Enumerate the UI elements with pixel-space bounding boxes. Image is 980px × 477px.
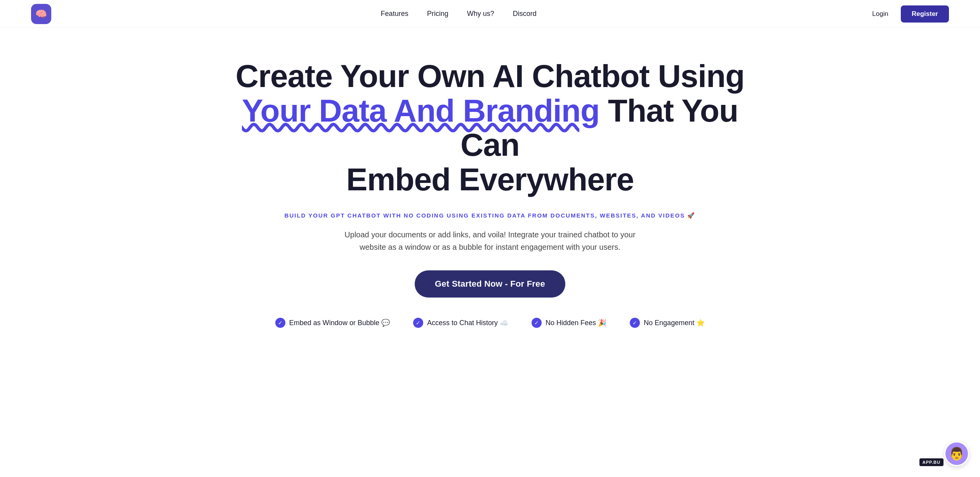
hero-title-line2: Your Data And Branding That You Can (234, 94, 746, 162)
check-icon-history: ✓ (413, 318, 423, 328)
hero-subtitle-tag: BUILD YOUR GPT CHATBOT WITH NO CODING US… (285, 212, 696, 219)
check-icon-fees: ✓ (532, 318, 542, 328)
nav-item-features[interactable]: Features (381, 10, 408, 18)
nav-item-pricing[interactable]: Pricing (427, 10, 448, 18)
hero-title-line3: Embed Everywhere (234, 162, 746, 197)
register-button[interactable]: Register (901, 5, 949, 23)
hero-description: Upload your documents or add links, and … (339, 228, 641, 253)
feature-fees: ✓ No Hidden Fees 🎉 (532, 318, 606, 328)
features-bar: ✓ Embed as Window or Bubble 💬 ✓ Access t… (275, 318, 705, 328)
avatar-icon: 👨 (949, 446, 964, 461)
nav-link-discord[interactable]: Discord (513, 10, 537, 17)
logo-icon: 🧠 (31, 4, 51, 24)
feature-engagement: ✓ No Engagement ⭐ (630, 318, 705, 328)
feature-embed-label: Embed as Window or Bubble 💬 (289, 319, 390, 327)
hero-title: Create Your Own AI Chatbot Using Your Da… (234, 59, 746, 197)
check-icon-engagement: ✓ (630, 318, 640, 328)
nav-actions: Login Register (866, 5, 949, 23)
feature-history: ✓ Access to Chat History ☁️ (413, 318, 508, 328)
brand-badge: APP.BU (919, 458, 944, 466)
login-button[interactable]: Login (866, 7, 895, 21)
feature-engagement-label: No Engagement ⭐ (644, 319, 705, 327)
feature-fees-label: No Hidden Fees 🎉 (546, 319, 606, 327)
hero-title-line1: Create Your Own AI Chatbot Using (234, 59, 746, 94)
nav-link-why-us[interactable]: Why us? (467, 10, 494, 17)
feature-history-label: Access to Chat History ☁️ (427, 319, 508, 327)
navbar: 🧠 Features Pricing Why us? Discord Login… (0, 0, 980, 28)
nav-item-why-us[interactable]: Why us? (467, 10, 494, 18)
hero-title-accent: Your Data And Branding (242, 93, 599, 128)
logo[interactable]: 🧠 (31, 4, 51, 24)
nav-links: Features Pricing Why us? Discord (381, 10, 537, 18)
avatar-corner[interactable]: 👨 (944, 441, 969, 466)
nav-link-pricing[interactable]: Pricing (427, 10, 448, 17)
cta-button[interactable]: Get Started Now - For Free (415, 270, 565, 298)
check-icon-embed: ✓ (275, 318, 285, 328)
hero-section: Create Your Own AI Chatbot Using Your Da… (218, 28, 762, 351)
nav-item-discord[interactable]: Discord (513, 10, 537, 18)
feature-embed: ✓ Embed as Window or Bubble 💬 (275, 318, 390, 328)
nav-link-features[interactable]: Features (381, 10, 408, 17)
